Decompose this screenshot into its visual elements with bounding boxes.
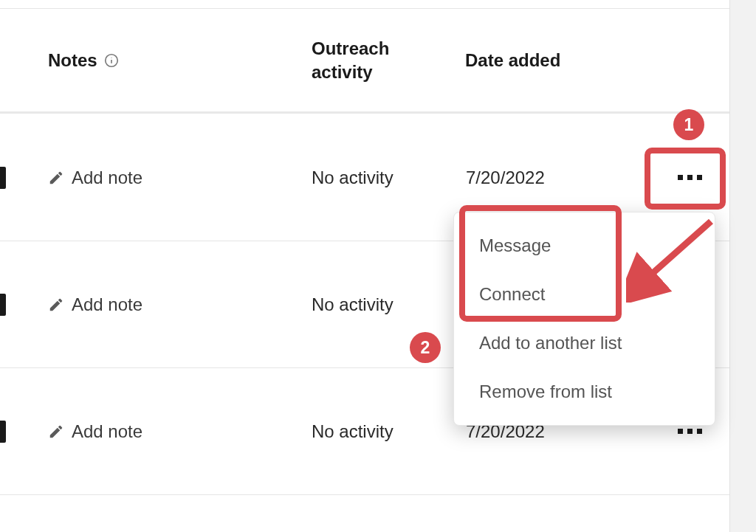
date-cell: 7/20/2022 xyxy=(466,167,545,188)
activity-cell: No activity xyxy=(312,294,394,315)
dropdown-item-remove-list[interactable]: Remove from list xyxy=(454,367,715,416)
dropdown-item-connect[interactable]: Connect xyxy=(454,270,715,319)
column-label: Outreach activity xyxy=(312,37,430,83)
table-header: Notes Outreach activity Date added xyxy=(0,9,729,114)
svg-point-2 xyxy=(111,57,111,58)
activity-cell: No activity xyxy=(312,167,394,188)
row-indicator xyxy=(0,294,6,316)
scrollbar[interactable] xyxy=(729,0,756,532)
row-indicator xyxy=(0,167,6,189)
column-header-date: Date added xyxy=(465,50,560,71)
add-note-button[interactable]: Add note xyxy=(48,167,142,188)
row-indicator xyxy=(0,421,6,443)
add-note-label: Add note xyxy=(72,421,142,442)
add-note-label: Add note xyxy=(72,294,142,315)
actions-dropdown: Message Connect Add to another list Remo… xyxy=(453,212,715,426)
dropdown-item-add-list[interactable]: Add to another list xyxy=(454,319,715,367)
info-icon[interactable] xyxy=(103,52,120,69)
more-actions-button[interactable] xyxy=(672,160,707,196)
column-label: Notes xyxy=(48,50,97,71)
add-note-button[interactable]: Add note xyxy=(48,421,142,442)
add-note-button[interactable]: Add note xyxy=(48,294,142,315)
table-area: Notes Outreach activity Date added Add n… xyxy=(0,0,729,532)
more-icon xyxy=(678,175,702,180)
pencil-icon xyxy=(48,424,64,440)
dropdown-item-message[interactable]: Message xyxy=(454,221,715,270)
activity-cell: No activity xyxy=(312,421,394,442)
column-header-notes: Notes xyxy=(48,50,120,71)
pencil-icon xyxy=(48,297,64,313)
add-note-label: Add note xyxy=(72,167,142,188)
column-header-activity: Outreach activity xyxy=(312,37,430,83)
more-icon xyxy=(678,429,702,434)
pencil-icon xyxy=(48,170,64,186)
column-label: Date added xyxy=(465,50,560,71)
